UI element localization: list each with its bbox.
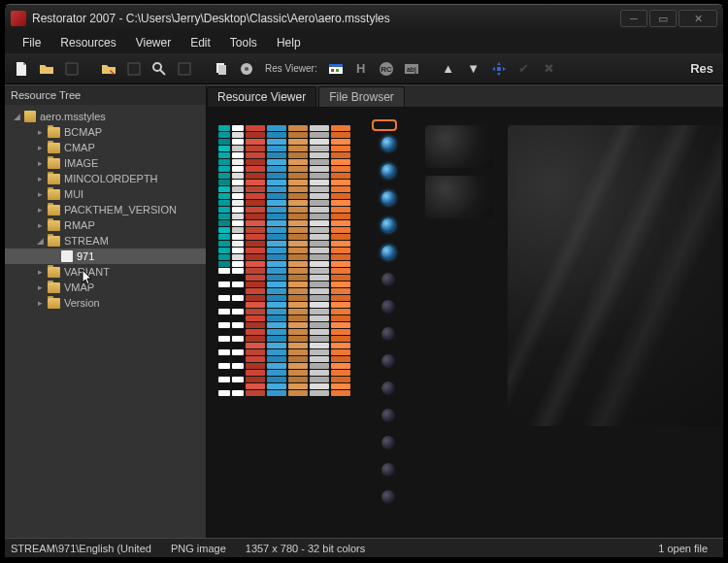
svg-rect-10 [336,69,339,72]
expand-icon[interactable]: ▸ [34,220,46,230]
expand-icon[interactable]: ▸ [34,158,46,168]
menu-file[interactable]: File [15,34,49,51]
tree-item[interactable]: 971 [5,248,206,264]
collapse-icon[interactable]: ◢ [34,236,46,246]
maximize-button[interactable]: ▭ [649,10,677,27]
copy-icon[interactable] [211,58,232,80]
viewer-image-icon[interactable] [325,58,347,80]
save-icon[interactable] [61,58,83,80]
check-icon[interactable]: ✔ [513,58,535,80]
move-icon[interactable] [488,58,510,80]
tree-item[interactable]: ▸IMAGE [5,155,206,171]
tree-item-label: RMAP [64,219,95,231]
glass-preview-2 [425,176,493,218]
tab-file-browser[interactable]: File Browser [318,86,405,107]
aero-stripe-preview [508,125,721,426]
menu-viewer[interactable]: Viewer [128,34,179,51]
tree-item[interactable]: ▸VARIANT [5,264,206,280]
expand-icon[interactable]: ▸ [34,298,46,308]
folder-icon [48,267,60,278]
resource-icon [61,250,73,262]
resource-canvas[interactable] [207,107,723,538]
tree-item[interactable]: ▸RMAP [5,217,206,233]
open-file-icon[interactable] [36,58,57,80]
menu-help[interactable]: Help [269,34,309,51]
expand-icon[interactable]: ▸ [34,189,46,199]
tree-item[interactable]: ◢STREAM [5,233,206,248]
tool-icon-2[interactable] [174,58,195,80]
svg-rect-0 [128,63,140,75]
folder-icon [48,205,60,215]
glass-preview-1 [425,125,493,168]
svg-rect-2 [179,63,190,75]
arrow-down-icon[interactable]: ▼ [463,58,484,80]
folder-icon [48,189,60,200]
tool-icon-1[interactable] [123,58,145,80]
open-folder-icon[interactable] [98,58,119,80]
expand-icon[interactable]: ▸ [34,282,46,292]
window-title: Restorator 2007 - C:\Users\Jerry\Desktop… [32,12,620,25]
folder-icon [48,298,60,309]
tree-item-label: VARIANT [64,266,110,278]
radio-sprite [381,409,395,422]
new-file-icon[interactable] [11,58,32,80]
minimize-button[interactable]: ─ [620,10,647,27]
radio-sprites [381,137,395,504]
tree-item[interactable]: ▸Version [5,295,206,311]
viewer-h-icon[interactable]: H [350,58,372,80]
viewer-rc-icon[interactable]: RC [376,58,397,80]
menu-tools[interactable]: Tools [222,34,265,51]
tree-item[interactable]: ▸BCMAP [5,124,206,140]
menu-edit[interactable]: Edit [182,34,218,51]
cross-icon[interactable]: ✖ [539,58,560,80]
menu-resources[interactable]: Resources [52,34,123,51]
folder-icon [48,127,60,138]
app-icon [11,11,26,26]
tree-item-label: 971 [77,250,94,262]
tab-resource-viewer[interactable]: Resource Viewer [207,86,316,107]
tree-item-label: STREAM [64,235,109,247]
expand-icon[interactable]: ▸ [34,127,46,137]
highlight-chip [372,119,397,131]
expand-icon[interactable]: ▸ [34,174,46,183]
tree-item[interactable]: ▸VMAP [5,280,206,295]
svg-text:RC: RC [381,65,392,74]
radio-sprite [381,354,395,368]
radio-sprite [381,218,395,232]
search-icon[interactable] [149,58,170,80]
folder-icon [48,158,60,169]
expand-icon[interactable]: ▸ [34,205,46,215]
tree-item-label: MINCOLORDEPTH [64,173,158,184]
arrow-up-icon[interactable]: ▲ [438,58,459,80]
tree-item-label: PACKTHEM_VERSION [64,204,177,215]
app-logo: Res [690,64,717,74]
radio-sprite [381,246,395,259]
tree-item[interactable]: ▸MUI [5,186,206,202]
disc-icon[interactable] [236,58,257,80]
status-dims: 1357 x 780 - 32 bit colors [236,543,376,554]
svg-point-1 [153,63,161,71]
tree-item-label: VMAP [64,282,94,293]
viewer-ab-icon[interactable]: ab| [401,58,422,80]
radio-sprite [381,137,395,150]
resource-tree[interactable]: ◢ aero.msstyles ▸BCMAP▸CMAP▸IMAGE▸MINCOL… [5,105,206,538]
folder-icon [48,143,60,153]
expand-icon[interactable]: ▸ [34,267,46,277]
close-button[interactable]: ✕ [678,10,717,27]
radio-sprite [381,191,395,205]
app-window: Restorator 2007 - C:\Users\Jerry\Desktop… [4,4,724,558]
radio-sprite [381,164,395,178]
folder-icon [48,174,60,184]
folder-icon [48,220,60,231]
expand-icon[interactable]: ▸ [34,143,46,152]
svg-rect-4 [218,65,226,75]
statusbar: STREAM\971\English (United PNG image 135… [5,538,723,557]
tree-item[interactable]: ▸CMAP [5,140,206,155]
tree-root[interactable]: ◢ aero.msstyles [5,109,206,124]
tree-item[interactable]: ▸PACKTHEM_VERSION [5,202,206,217]
tree-item[interactable]: ▸MINCOLORDEPTH [5,171,206,186]
radio-sprite [381,381,395,395]
svg-point-6 [245,67,248,71]
svg-text:ab|: ab| [407,66,416,74]
collapse-icon[interactable]: ◢ [11,112,22,121]
